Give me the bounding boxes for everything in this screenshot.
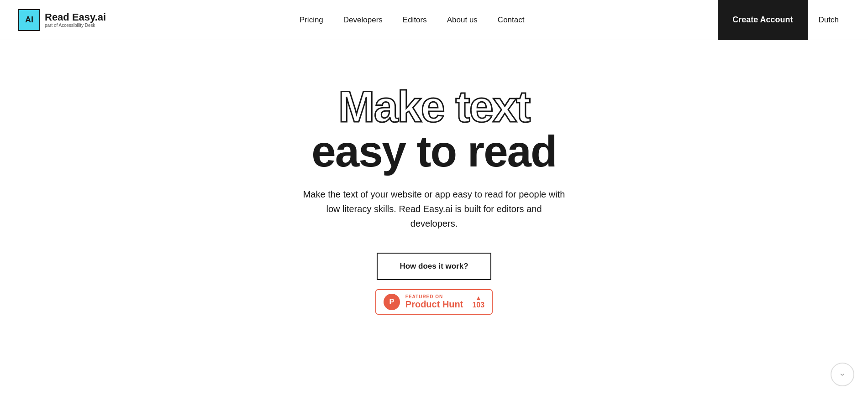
product-hunt-text: FEATURED ON Product Hunt (405, 294, 463, 310)
nav-links: Pricing Developers Editors About us Cont… (289, 16, 535, 25)
ph-product-name: Product Hunt (405, 299, 463, 310)
logo-text-block: Read Easy.ai part of Accessibility Desk (45, 12, 106, 28)
ph-arrow-icon: ▲ (475, 295, 482, 301)
logo-link[interactable]: AI Read Easy.ai part of Accessibility De… (18, 9, 106, 31)
ph-vote-block: ▲ 103 (472, 295, 484, 309)
nav-about[interactable]: About us (437, 16, 488, 25)
product-hunt-badge[interactable]: P FEATURED ON Product Hunt ▲ 103 (375, 289, 493, 315)
nav-pricing[interactable]: Pricing (289, 16, 333, 25)
product-hunt-logo: P (384, 294, 400, 310)
navigation: AI Read Easy.ai part of Accessibility De… (0, 0, 868, 40)
nav-editors[interactable]: Editors (393, 16, 437, 25)
logo-sub: part of Accessibility Desk (45, 23, 106, 28)
nav-developers[interactable]: Developers (333, 16, 393, 25)
logo-icon: AI (18, 9, 40, 31)
hero-title-outline: Make text (338, 85, 530, 129)
logo-name: Read Easy.ai (45, 12, 106, 23)
language-button[interactable]: Dutch (808, 16, 850, 25)
scroll-button[interactable]: › (831, 363, 854, 386)
hero-section: Make text easy to read Make the text of … (0, 40, 868, 350)
create-account-button[interactable]: Create Account (718, 0, 807, 40)
ph-vote-count: 103 (472, 301, 484, 309)
scroll-icon: › (838, 373, 847, 376)
hero-subtitle: Make the text of your website or app eas… (302, 187, 567, 231)
hero-title-solid: easy to read (311, 129, 556, 175)
ph-featured-label: FEATURED ON (405, 294, 443, 299)
how-it-works-button[interactable]: How does it work? (377, 253, 491, 280)
nav-contact[interactable]: Contact (488, 16, 535, 25)
nav-right: Create Account Dutch (718, 0, 850, 40)
